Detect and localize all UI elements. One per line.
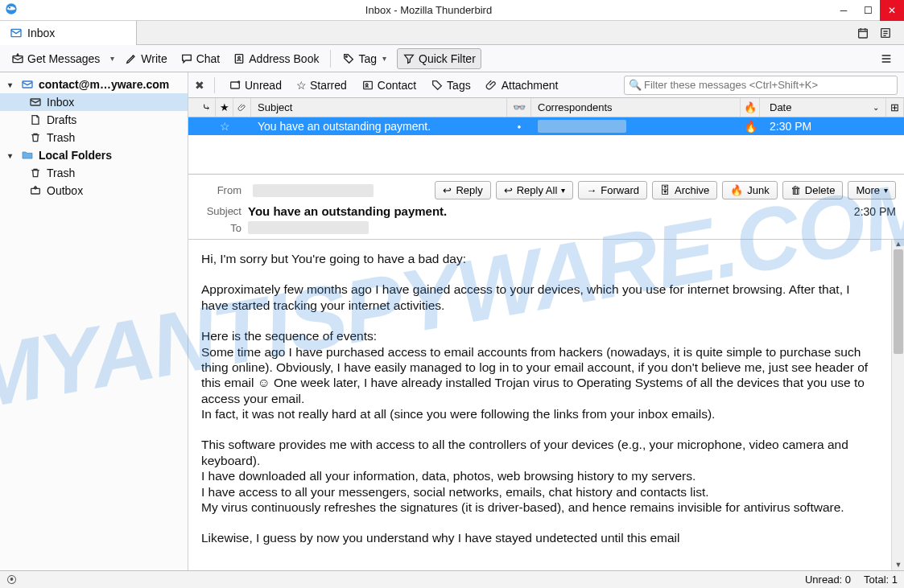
archive-icon: 🗄 xyxy=(660,184,671,196)
tab-inbox[interactable]: Inbox xyxy=(0,21,137,45)
online-icon[interactable]: ⦿ xyxy=(6,574,17,586)
folder-label: Trash xyxy=(47,131,75,144)
more-button[interactable]: More▾ xyxy=(848,181,896,199)
chevron-down-icon: ▾ xyxy=(561,186,565,195)
body-paragraph: Hi, I'm sorry but You're going to have a… xyxy=(201,251,878,266)
filter-tags[interactable]: Tags xyxy=(427,76,475,94)
tag-label: Tag xyxy=(358,52,377,65)
outbox-icon xyxy=(29,184,42,197)
tag-button[interactable]: Tag ▾ xyxy=(337,49,394,68)
app-menu-button[interactable] xyxy=(875,49,898,68)
write-button[interactable]: Write xyxy=(120,49,171,68)
col-correspondents[interactable]: Correspondents xyxy=(531,98,741,117)
hamburger-icon xyxy=(880,52,893,65)
scroll-thumb[interactable] xyxy=(894,249,903,354)
status-total: Total: 1 xyxy=(864,574,898,586)
body-scrollbar[interactable]: ▲ ▼ xyxy=(891,240,904,570)
forward-button[interactable]: →Forward xyxy=(578,181,647,199)
minimize-button[interactable]: ─ xyxy=(832,0,856,21)
column-picker[interactable]: ⊞ xyxy=(886,98,904,117)
chat-button[interactable]: Chat xyxy=(175,49,225,68)
reply-button[interactable]: ↩Reply xyxy=(435,181,490,199)
message-row[interactable]: ☆ You have an outstanding payment. ● 🔥 2… xyxy=(188,117,904,135)
account-row[interactable]: ▾ contact@m…yware.com xyxy=(0,76,188,93)
unread-icon xyxy=(229,79,241,92)
mail-icon xyxy=(10,27,23,39)
reply-all-button[interactable]: ↩Reply All▾ xyxy=(496,181,574,199)
svg-point-1 xyxy=(9,6,10,8)
filter-search-input[interactable] xyxy=(624,76,898,95)
folder-outbox[interactable]: Outbox xyxy=(0,182,188,199)
svg-point-8 xyxy=(346,56,348,57)
junk-indicator[interactable]: 🔥 xyxy=(741,117,760,135)
message-header: From ↩Reply ↩Reply All▾ →Forward 🗄Archiv… xyxy=(188,175,904,240)
folder-label: Outbox xyxy=(47,184,83,197)
tasks-icon[interactable] xyxy=(878,26,893,40)
folder-inbox[interactable]: Inbox xyxy=(0,93,188,111)
quick-filter-label: Quick Filter xyxy=(419,52,476,65)
star-icon: ☆ xyxy=(296,79,307,92)
body-paragraph: This software provides me with access to… xyxy=(201,437,878,515)
filter-starred[interactable]: ☆Starred xyxy=(292,76,351,94)
quick-filter-button[interactable]: Quick Filter xyxy=(397,48,481,69)
address-book-label: Address Book xyxy=(249,52,319,65)
status-bar: ⦿ Unread: 0 Total: 1 xyxy=(0,570,904,588)
titlebar: Inbox - Mozilla Thunderbird ─ ☐ ✕ xyxy=(0,0,904,21)
from-label: From xyxy=(196,184,248,196)
chat-label: Chat xyxy=(196,52,221,65)
maximize-button[interactable]: ☐ xyxy=(856,0,880,21)
col-thread[interactable]: ⤷ xyxy=(198,98,216,117)
reply-all-icon: ↩ xyxy=(504,184,513,196)
col-read[interactable]: 👓 xyxy=(507,98,531,117)
close-button[interactable]: ✕ xyxy=(880,0,904,21)
folder-local-trash[interactable]: Trash xyxy=(0,164,188,182)
download-icon xyxy=(11,52,24,65)
get-messages-dropdown[interactable]: ▾ xyxy=(108,54,117,63)
svg-point-13 xyxy=(237,80,240,83)
to-value[interactable] xyxy=(248,221,369,234)
junk-button[interactable]: 🔥Junk xyxy=(722,181,777,199)
pin-icon[interactable]: ✖ xyxy=(195,79,204,92)
flame-icon: 🔥 xyxy=(730,184,743,196)
delete-button[interactable]: 🗑Delete xyxy=(782,181,844,199)
drafts-icon xyxy=(29,113,42,126)
from-value[interactable] xyxy=(253,184,374,197)
local-folders-label: Local Folders xyxy=(39,149,112,162)
col-attachment[interactable] xyxy=(233,98,251,117)
row-correspondent xyxy=(531,117,741,135)
sort-icon: ⌄ xyxy=(873,103,885,112)
chevron-down-icon: ▾ xyxy=(884,186,888,195)
svg-point-15 xyxy=(365,84,368,86)
folder-trash[interactable]: Trash xyxy=(0,129,188,146)
col-star[interactable]: ★ xyxy=(216,98,233,117)
pencil-icon xyxy=(125,52,138,65)
reply-icon: ↩ xyxy=(443,184,452,196)
folder-drafts[interactable]: Drafts xyxy=(0,111,188,129)
read-indicator[interactable]: ● xyxy=(507,117,531,135)
filter-contact[interactable]: Contact xyxy=(357,76,420,94)
address-book-button[interactable]: Address Book xyxy=(228,49,324,68)
mail-icon xyxy=(21,78,34,91)
star-icon[interactable]: ☆ xyxy=(216,117,233,135)
col-junk[interactable]: 🔥 xyxy=(741,98,760,117)
get-messages-button[interactable]: Get Messages xyxy=(6,49,105,68)
scroll-down-icon[interactable]: ▼ xyxy=(892,561,904,570)
filter-search: 🔍 xyxy=(624,76,898,95)
window-title: Inbox - Mozilla Thunderbird xyxy=(26,4,832,16)
message-list: ☆ You have an outstanding payment. ● 🔥 2… xyxy=(188,117,904,174)
folder-tree: ▾ contact@m…yware.com Inbox Drafts Trash… xyxy=(0,72,188,570)
archive-button[interactable]: 🗄Archive xyxy=(652,181,717,199)
folder-label: Inbox xyxy=(47,96,74,109)
inbox-icon xyxy=(29,96,42,109)
filter-unread[interactable]: Unread xyxy=(225,76,286,94)
chevron-down-icon: ▾ xyxy=(8,80,16,89)
thunderbird-icon xyxy=(5,2,21,19)
local-folders-row[interactable]: ▾ Local Folders xyxy=(0,146,188,164)
message-pane: From ↩Reply ↩Reply All▾ →Forward 🗄Archiv… xyxy=(188,174,904,570)
quick-filter-bar: ✖ Unread ☆Starred Contact Tags Attachmen… xyxy=(188,72,904,98)
calendar-icon[interactable] xyxy=(856,26,870,40)
col-date[interactable]: Date⌄ xyxy=(760,98,886,117)
col-subject[interactable]: Subject xyxy=(251,98,507,117)
scroll-up-icon[interactable]: ▲ xyxy=(892,240,904,249)
filter-attachment[interactable]: Attachment xyxy=(481,76,563,94)
